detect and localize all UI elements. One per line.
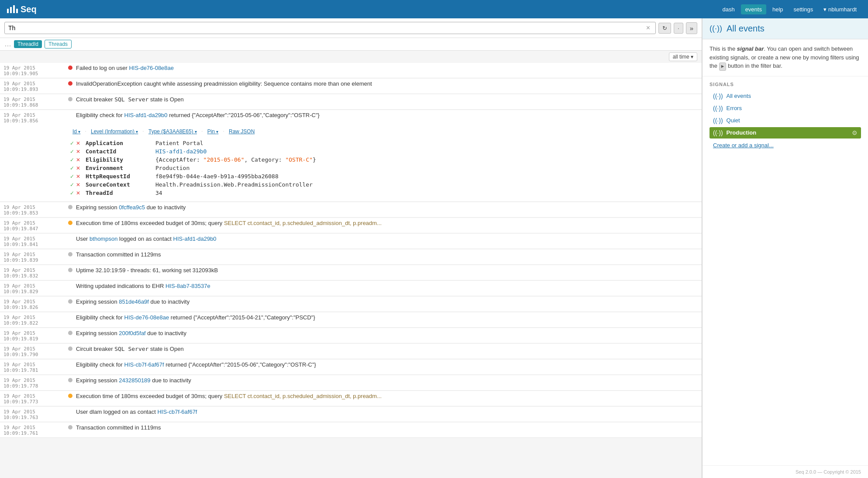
event-link[interactable]: HIS-de76-08e8ae [129, 65, 174, 71]
event-link[interactable]: HIS-8ab7-83537e [165, 283, 210, 289]
event-message: User dlam logged on as contact HIS-cb7f-… [76, 408, 698, 416]
search-clear-icon[interactable]: × [644, 24, 652, 32]
field-name: Environment [86, 165, 155, 171]
logo: Seq [7, 4, 37, 14]
event-message: InvalidOperationException caught while a… [76, 80, 698, 88]
event-link[interactable]: bthompson [90, 236, 117, 242]
event-row[interactable]: 19 Apr 2015 10:09:19.829 Writing updated… [0, 281, 702, 296]
event-row[interactable]: 19 Apr 2015 10:09:19.790 Circuit breaker… [0, 344, 702, 359]
event-row[interactable]: 19 Apr 2015 10:09:19.832 Uptime 32.10:19… [0, 265, 702, 281]
event-row[interactable]: 19 Apr 2015 10:09:19.822 Eligibility che… [0, 312, 702, 328]
event-link[interactable]: HIS-afd1-da29b0 [124, 112, 168, 118]
nav-dash[interactable]: dash [718, 4, 739, 14]
event-link[interactable]: HIS-de76-08e8ae [124, 314, 169, 321]
filter-tag-threads[interactable]: Threads [45, 40, 72, 48]
event-row[interactable]: 19 Apr 2015 10:09:19.868 Circuit breaker… [0, 94, 702, 110]
main-layout: × ↻ · » … ThreadId Threads all time ▾ 19… [0, 18, 868, 478]
detail-tab-pin[interactable]: Pin ▾ [205, 128, 221, 135]
event-row[interactable]: 19 Apr 2015 10:09:19.847 Execution time … [0, 218, 702, 233]
create-signal-link[interactable]: Create or add a signal... [710, 140, 861, 150]
event-timestamp: 19 Apr 2015 10:09:19.822 [3, 314, 68, 326]
event-message: Expiring session 2432850189 due to inact… [76, 377, 698, 384]
event-row[interactable]: 19 Apr 2015 10:09:19.905 Failed to log o… [0, 63, 702, 78]
forward-button[interactable]: » [686, 22, 697, 34]
signal-item-errors[interactable]: ((·)) Errors [710, 103, 861, 114]
search-bar: × ↻ · » [0, 18, 702, 38]
event-row[interactable]: 19 Apr 2015 10:09:19.839 Transaction com… [0, 249, 702, 265]
event-link[interactable]: HIS-cb7f-6af67f [124, 361, 164, 368]
event-link[interactable]: 851de46a9f [119, 298, 149, 305]
right-panel-footer: Seq 2.0.0 — Copyright © 2015 [703, 465, 868, 478]
time-filter-button[interactable]: all time ▾ [669, 52, 697, 61]
field-name: ThreadId [86, 190, 155, 196]
signal-icon: ((·)) [710, 24, 722, 33]
filter-tag-threadid[interactable]: ThreadId [14, 40, 42, 48]
x-icon: ✕ [76, 182, 80, 188]
event-row[interactable]: 19 Apr 2015 10:09:19.761 Transaction com… [0, 423, 702, 438]
error-dot [68, 81, 72, 86]
x-icon: ✕ [76, 165, 80, 171]
field-value: Health.Preadmission.Web.PreadmissionCont… [155, 181, 698, 188]
event-link[interactable]: 2432850189 [119, 377, 150, 384]
event-timestamp: 19 Apr 2015 10:09:19.826 [3, 298, 68, 310]
detail-tab-level[interactable]: Level (Information) ▾ [88, 128, 141, 135]
event-row[interactable]: 19 Apr 2015 10:09:19.763 User dlam logge… [0, 407, 702, 422]
event-timestamp: 19 Apr 2015 10:09:19.847 [3, 219, 68, 232]
event-row[interactable]: 19 Apr 2015 10:09:19.853 Expiring sessio… [0, 202, 702, 218]
event-link[interactable]: HIS-afd1-da29b0 [173, 236, 217, 242]
signal-icon: ((·)) [713, 105, 723, 112]
signal-item-allevents[interactable]: ((·)) All events [710, 90, 861, 102]
user-menu[interactable]: ▾ nblumhardt [819, 4, 861, 14]
event-message: Eligibility check for HIS-de76-08e8ae re… [76, 314, 698, 322]
signal-item-quiet[interactable]: ((·)) Quiet [710, 115, 861, 126]
event-timestamp: 19 Apr 2015 10:09:19.790 [3, 345, 68, 357]
left-panel: × ↻ · » … ThreadId Threads all time ▾ 19… [0, 18, 702, 478]
event-row[interactable]: 19 Apr 2015 10:09:19.778 Expiring sessio… [0, 375, 702, 391]
event-row[interactable]: 19 Apr 2015 10:09:19.819 Expiring sessio… [0, 328, 702, 343]
expanded-detail: Id ▾ · Level (Information) ▾ · Type ($A3… [0, 125, 702, 201]
event-row-expanded[interactable]: 19 Apr 2015 10:09:19.856 Eligibility che… [0, 110, 702, 202]
detail-tab-id[interactable]: Id ▾ [70, 128, 83, 135]
nav-events[interactable]: events [741, 4, 766, 14]
event-row[interactable]: 19 Apr 2015 10:09:19.893 InvalidOperatio… [0, 79, 702, 94]
event-timestamp: 19 Apr 2015 10:09:19.761 [3, 424, 68, 436]
field-link[interactable]: HIS-afd1-da29b0 [155, 148, 207, 155]
event-message: Expiring session 200f0d5faf due to inact… [76, 329, 698, 337]
event-timestamp: 19 Apr 2015 10:09:19.781 [3, 361, 68, 373]
nav-settings[interactable]: settings [789, 4, 818, 14]
detail-fields: ✓✕ Application Patient Portal ✓✕ Contact… [70, 139, 698, 197]
event-timestamp: 19 Apr 2015 10:09:19.829 [3, 282, 68, 294]
event-message: Uptime 32.10:19:59 - threads: 61, workin… [76, 267, 698, 274]
field-row-httprequestid: ✓✕ HttpRequestId f8e94f9b-044e-4ae9-b91a… [70, 172, 698, 180]
info-dot [68, 378, 72, 382]
signal-label: Errors [727, 105, 742, 111]
x-icon: ✕ [76, 140, 80, 146]
nav-help[interactable]: help [768, 4, 788, 14]
detail-tab-type[interactable]: Type ($A3AA8E65) ▾ [146, 128, 200, 135]
search-input[interactable] [8, 24, 644, 31]
event-link[interactable]: 0fcffea9c5 [119, 204, 145, 211]
event-row[interactable]: 19 Apr 2015 10:09:19.773 Execution time … [0, 391, 702, 406]
options-button[interactable]: · [674, 23, 683, 34]
signals-section: SIGNALS ((·)) All events ((·)) Errors ((… [703, 76, 868, 466]
event-message: Circuit breaker SQL Server state is Open [76, 345, 698, 353]
check-icon: ✓ [70, 173, 74, 180]
event-link[interactable]: HIS-cb7f-6af67f [157, 409, 197, 415]
field-row-application: ✓✕ Application Patient Portal [70, 139, 698, 147]
signal-item-production[interactable]: ((·)) Production ⚙ [710, 127, 861, 139]
check-icon: ✓ [70, 165, 74, 171]
event-row[interactable]: 19 Apr 2015 10:09:19.781 Eligibility che… [0, 360, 702, 375]
event-timestamp: 19 Apr 2015 10:09:19.763 [3, 408, 68, 420]
field-value: HIS-afd1-da29b0 [155, 148, 698, 155]
detail-tab-rawjson[interactable]: Raw JSON [226, 128, 257, 135]
event-timestamp: 19 Apr 2015 10:09:19.819 [3, 329, 68, 342]
event-row[interactable]: 19 Apr 2015 10:09:19.841 User bthompson … [0, 234, 702, 249]
gear-icon[interactable]: ⚙ [852, 129, 858, 136]
logo-icon [7, 5, 18, 13]
event-link[interactable]: 200f0d5faf [119, 330, 145, 336]
no-dot [68, 315, 72, 319]
event-row[interactable]: 19 Apr 2015 10:09:19.826 Expiring sessio… [0, 297, 702, 312]
field-value: Patient Portal [155, 140, 698, 146]
events-list: 19 Apr 2015 10:09:19.905 Failed to log o… [0, 63, 702, 478]
refresh-button[interactable]: ↻ [658, 23, 671, 34]
